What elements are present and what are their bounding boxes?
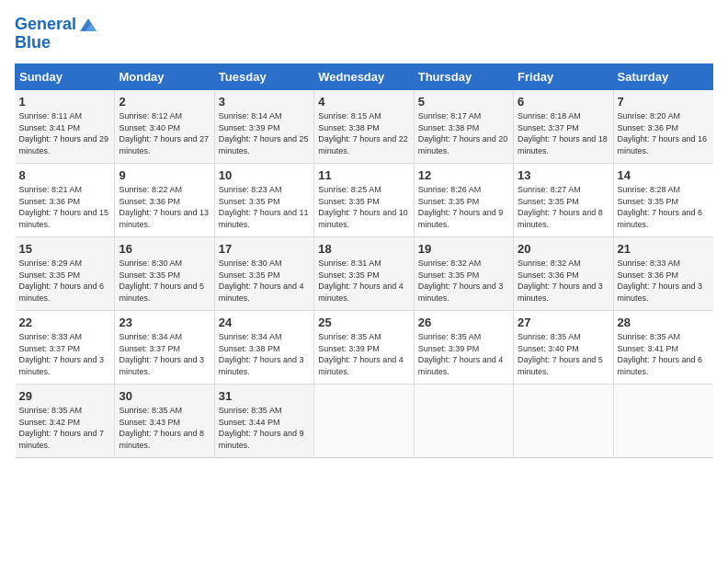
day-number: 5 [418,95,509,109]
day-info: Sunrise: 8:30 AM Sunset: 3:35 PM Dayligh… [219,258,310,304]
day-info: Sunrise: 8:35 AM Sunset: 3:39 PM Dayligh… [318,331,409,377]
col-header-saturday: Saturday [613,64,712,90]
calendar-cell: 31 Sunrise: 8:35 AM Sunset: 3:44 PM Dayl… [214,385,313,458]
day-info: Sunrise: 8:32 AM Sunset: 3:35 PM Dayligh… [418,258,509,304]
day-number: 31 [219,389,310,403]
calendar-cell: 22 Sunrise: 8:33 AM Sunset: 3:37 PM Dayl… [16,311,115,385]
calendar-cell: 21 Sunrise: 8:33 AM Sunset: 3:36 PM Dayl… [613,237,712,311]
day-number: 25 [318,316,409,329]
calendar-cell: 10 Sunrise: 8:23 AM Sunset: 3:35 PM Dayl… [214,164,313,237]
calendar-cell: 5 Sunrise: 8:17 AM Sunset: 3:38 PM Dayli… [414,90,513,164]
day-number: 1 [19,95,111,109]
calendar-cell: 17 Sunrise: 8:30 AM Sunset: 3:35 PM Dayl… [214,237,313,311]
calendar-cell: 24 Sunrise: 8:34 AM Sunset: 3:38 PM Dayl… [214,311,313,385]
calendar-cell: 9 Sunrise: 8:22 AM Sunset: 3:36 PM Dayli… [115,164,214,237]
day-info: Sunrise: 8:35 AM Sunset: 3:43 PM Dayligh… [119,405,210,451]
day-number: 8 [19,168,111,182]
day-info: Sunrise: 8:35 AM Sunset: 3:42 PM Dayligh… [19,405,111,451]
day-number: 4 [318,95,409,109]
col-header-sunday: Sunday [16,64,115,90]
calendar-cell: 29 Sunrise: 8:35 AM Sunset: 3:42 PM Dayl… [16,385,115,458]
day-number: 2 [119,95,210,109]
calendar-cell: 13 Sunrise: 8:27 AM Sunset: 3:35 PM Dayl… [514,164,613,237]
calendar-cell [613,385,712,458]
logo-text: General [15,16,76,34]
calendar-cell: 16 Sunrise: 8:30 AM Sunset: 3:35 PM Dayl… [115,237,214,311]
day-info: Sunrise: 8:21 AM Sunset: 3:36 PM Dayligh… [19,184,111,230]
calendar-header-row: SundayMondayTuesdayWednesdayThursdayFrid… [16,64,713,90]
calendar-cell: 25 Sunrise: 8:35 AM Sunset: 3:39 PM Dayl… [314,311,414,385]
day-info: Sunrise: 8:26 AM Sunset: 3:35 PM Dayligh… [418,184,509,230]
calendar-cell: 6 Sunrise: 8:18 AM Sunset: 3:37 PM Dayli… [514,90,613,164]
day-number: 24 [219,316,310,329]
day-info: Sunrise: 8:30 AM Sunset: 3:35 PM Dayligh… [119,258,210,304]
calendar-cell: 8 Sunrise: 8:21 AM Sunset: 3:36 PM Dayli… [16,164,115,237]
day-info: Sunrise: 8:27 AM Sunset: 3:35 PM Dayligh… [518,184,609,230]
logo: General Blue [15,15,98,52]
calendar-cell: 30 Sunrise: 8:35 AM Sunset: 3:43 PM Dayl… [115,385,214,458]
day-number: 3 [219,95,310,109]
day-number: 17 [219,242,310,256]
page-container: General Blue SundayMondayTuesdayWednesda… [0,0,728,465]
day-number: 18 [318,242,409,256]
day-info: Sunrise: 8:28 AM Sunset: 3:35 PM Dayligh… [618,184,710,230]
col-header-wednesday: Wednesday [314,64,414,90]
day-number: 7 [618,95,710,109]
day-info: Sunrise: 8:33 AM Sunset: 3:37 PM Dayligh… [19,331,111,377]
day-info: Sunrise: 8:31 AM Sunset: 3:35 PM Dayligh… [318,258,409,304]
day-info: Sunrise: 8:15 AM Sunset: 3:38 PM Dayligh… [318,110,409,156]
calendar-cell: 14 Sunrise: 8:28 AM Sunset: 3:35 PM Dayl… [613,164,712,237]
calendar-cell [514,385,613,458]
calendar-week-4: 22 Sunrise: 8:33 AM Sunset: 3:37 PM Dayl… [16,311,713,385]
day-number: 11 [318,168,409,182]
day-info: Sunrise: 8:34 AM Sunset: 3:37 PM Dayligh… [119,331,210,377]
day-info: Sunrise: 8:12 AM Sunset: 3:40 PM Dayligh… [119,110,210,156]
calendar-week-2: 8 Sunrise: 8:21 AM Sunset: 3:36 PM Dayli… [16,164,713,237]
calendar-week-3: 15 Sunrise: 8:29 AM Sunset: 3:35 PM Dayl… [16,237,713,311]
calendar-cell: 2 Sunrise: 8:12 AM Sunset: 3:40 PM Dayli… [115,90,214,164]
day-info: Sunrise: 8:14 AM Sunset: 3:39 PM Dayligh… [219,110,310,156]
calendar-cell: 27 Sunrise: 8:35 AM Sunset: 3:40 PM Dayl… [514,311,613,385]
calendar-cell: 23 Sunrise: 8:34 AM Sunset: 3:37 PM Dayl… [115,311,214,385]
calendar-week-5: 29 Sunrise: 8:35 AM Sunset: 3:42 PM Dayl… [16,385,713,458]
day-number: 13 [518,168,609,182]
calendar-cell: 3 Sunrise: 8:14 AM Sunset: 3:39 PM Dayli… [214,90,313,164]
page-header: General Blue [15,15,713,52]
logo-blue: Blue [15,33,98,52]
calendar-cell: 20 Sunrise: 8:32 AM Sunset: 3:36 PM Dayl… [514,237,613,311]
day-number: 26 [418,316,509,329]
day-info: Sunrise: 8:35 AM Sunset: 3:39 PM Dayligh… [418,331,509,377]
calendar-cell [314,385,414,458]
day-number: 14 [618,168,710,182]
col-header-thursday: Thursday [414,64,513,90]
day-info: Sunrise: 8:22 AM Sunset: 3:36 PM Dayligh… [119,184,210,230]
day-info: Sunrise: 8:33 AM Sunset: 3:36 PM Dayligh… [618,258,710,304]
calendar-cell: 4 Sunrise: 8:15 AM Sunset: 3:38 PM Dayli… [314,90,414,164]
day-info: Sunrise: 8:34 AM Sunset: 3:38 PM Dayligh… [219,331,310,377]
calendar-cell [414,385,513,458]
col-header-monday: Monday [115,64,214,90]
day-number: 19 [418,242,509,256]
day-number: 16 [119,242,210,256]
day-number: 27 [518,316,609,329]
day-number: 20 [518,242,609,256]
calendar-cell: 26 Sunrise: 8:35 AM Sunset: 3:39 PM Dayl… [414,311,513,385]
day-info: Sunrise: 8:35 AM Sunset: 3:40 PM Dayligh… [518,331,609,377]
calendar-cell: 19 Sunrise: 8:32 AM Sunset: 3:35 PM Dayl… [414,237,513,311]
calendar-week-1: 1 Sunrise: 8:11 AM Sunset: 3:41 PM Dayli… [16,90,713,164]
day-number: 28 [618,316,710,329]
day-number: 10 [219,168,310,182]
day-number: 30 [119,389,210,403]
day-info: Sunrise: 8:32 AM Sunset: 3:36 PM Dayligh… [518,258,609,304]
day-number: 15 [19,242,111,256]
calendar-table: SundayMondayTuesdayWednesdayThursdayFrid… [15,63,713,458]
calendar-cell: 1 Sunrise: 8:11 AM Sunset: 3:41 PM Dayli… [16,90,115,164]
calendar-cell: 12 Sunrise: 8:26 AM Sunset: 3:35 PM Dayl… [414,164,513,237]
day-info: Sunrise: 8:18 AM Sunset: 3:37 PM Dayligh… [518,110,609,156]
calendar-cell: 18 Sunrise: 8:31 AM Sunset: 3:35 PM Dayl… [314,237,414,311]
day-info: Sunrise: 8:17 AM Sunset: 3:38 PM Dayligh… [418,110,509,156]
day-number: 22 [19,316,111,329]
day-info: Sunrise: 8:11 AM Sunset: 3:41 PM Dayligh… [19,110,111,156]
day-info: Sunrise: 8:20 AM Sunset: 3:36 PM Dayligh… [618,110,710,156]
day-info: Sunrise: 8:25 AM Sunset: 3:35 PM Dayligh… [318,184,409,230]
